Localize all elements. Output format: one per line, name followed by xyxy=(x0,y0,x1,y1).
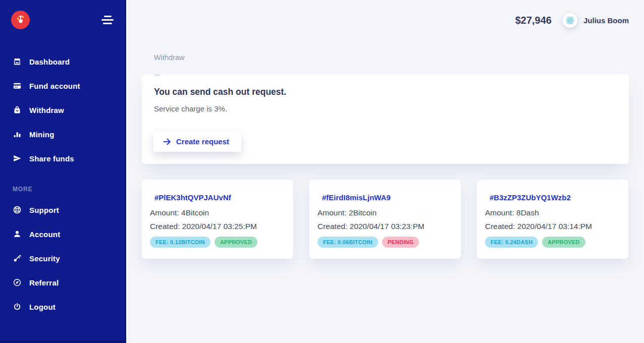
sidebar-item-label: Mining xyxy=(29,130,55,139)
sidebar-item-label: Logout xyxy=(29,303,56,311)
fee-badge: FEE: 0.12BITCOIN xyxy=(150,237,210,248)
sidebar-item-mining[interactable]: Mining xyxy=(0,122,125,146)
credit-card-icon xyxy=(13,81,22,90)
main-area: $27,946 Julius Boom Withdraw You can sen… xyxy=(126,0,644,343)
mining-shovel-logo-icon[interactable] xyxy=(11,11,30,29)
fee-badge: FEE: 0.06BITCOIN xyxy=(317,237,378,248)
transaction-id-link[interactable]: #PlEK3htQVPJAUvNf xyxy=(154,192,237,204)
notice-subtitle: Service charge is 3%. xyxy=(154,104,617,113)
transaction-amount: Amount: 2Bitcoin xyxy=(317,208,453,217)
sidebar-item-label: Withdraw xyxy=(29,106,64,115)
sidebar-item-label: Support xyxy=(29,206,59,214)
transaction-created: Created: 2020/04/17 03:14:PM xyxy=(485,222,620,231)
arrow-right-icon xyxy=(163,138,171,145)
sidebar-item-label: Account xyxy=(29,230,60,239)
bar-chart-icon xyxy=(13,130,22,139)
username[interactable]: Julius Boom xyxy=(583,16,629,25)
transaction-card: #fEirdI8misLjnWA9 Amount: 2Bitcoin Creat… xyxy=(309,180,461,259)
transactions-row: #PlEK3htQVPJAUvNf Amount: 4Bitcoin Creat… xyxy=(142,180,629,259)
topbar: $27,946 Julius Boom xyxy=(126,0,644,40)
status-badge: APPROVED xyxy=(214,237,257,248)
paper-plane-icon xyxy=(13,154,22,163)
hamburger-icon xyxy=(104,16,112,17)
sidebar: Dashboard Fund account xyxy=(0,0,126,343)
sidebar-item-referral[interactable]: Referral xyxy=(0,270,125,295)
notice-card: You can send cash out request. Service c… xyxy=(142,74,629,164)
page-content: Withdraw You can send cash out request. … xyxy=(126,53,644,259)
avatar[interactable] xyxy=(563,13,577,28)
sidebar-item-label: Dashboard xyxy=(29,58,70,66)
transaction-created: Created: 2020/04/17 03:25:PM xyxy=(150,222,285,231)
badge-row: FEE: 0.06BITCOIN PENDING xyxy=(317,237,453,248)
hamburger-menu-button[interactable] xyxy=(101,14,114,26)
transaction-amount: Amount: 4Bitcoin xyxy=(150,208,285,217)
shovel-icon xyxy=(15,15,26,26)
sidebar-item-support[interactable]: Support xyxy=(0,198,125,222)
create-request-button[interactable]: Create request xyxy=(153,131,241,152)
sidebar-item-logout[interactable]: Logout xyxy=(0,295,125,319)
fee-badge: FEE: 0.24DASH xyxy=(485,237,538,248)
sidebar-item-label: Referral xyxy=(29,278,59,287)
person-icon xyxy=(13,230,22,239)
bag-icon xyxy=(13,105,22,115)
badge-row: FEE: 0.24DASH APPROVED xyxy=(485,237,620,248)
life-buoy-icon xyxy=(13,205,22,214)
sidebar-section-more: MORE xyxy=(13,186,125,193)
sidebar-item-withdraw[interactable]: Withdraw xyxy=(0,98,125,122)
app-root: Dashboard Fund account xyxy=(0,0,644,343)
sidebar-nav: Dashboard Fund account xyxy=(0,49,125,319)
transaction-created: Created: 2020/04/17 03:23:PM xyxy=(317,222,453,231)
breadcrumb: Withdraw xyxy=(154,53,629,62)
storefront-icon xyxy=(13,57,22,66)
sidebar-item-dashboard[interactable]: Dashboard xyxy=(0,49,125,74)
sidebar-item-account[interactable]: Account xyxy=(0,222,125,246)
balance-amount: $27,946 xyxy=(515,15,552,26)
transaction-id-link[interactable]: #fEirdI8misLjnWA9 xyxy=(322,192,404,204)
transaction-amount: Amount: 8Dash xyxy=(485,208,620,217)
badge-row: FEE: 0.12BITCOIN APPROVED xyxy=(150,237,285,248)
notice-title: You can send cash out request. xyxy=(154,87,617,97)
react-atom-icon xyxy=(565,16,575,25)
compass-icon xyxy=(13,278,22,287)
sidebar-header xyxy=(0,0,125,29)
transaction-card: #B3zZP3ZUbYQ1Wzb2 Amount: 8Dash Created:… xyxy=(477,180,628,259)
sidebar-item-label: Share funds xyxy=(29,154,74,163)
transaction-card: #PlEK3htQVPJAUvNf Amount: 4Bitcoin Creat… xyxy=(142,180,293,259)
card-accent-dash xyxy=(154,74,160,76)
status-badge: PENDING xyxy=(382,237,419,248)
power-icon xyxy=(13,302,22,311)
create-request-label: Create request xyxy=(176,137,229,146)
sidebar-item-label: Fund account xyxy=(29,82,80,90)
key-icon xyxy=(13,254,22,263)
sidebar-item-fund-account[interactable]: Fund account xyxy=(0,74,125,98)
sidebar-item-label: Security xyxy=(29,254,60,263)
sidebar-item-security[interactable]: Security xyxy=(0,246,125,270)
status-badge: APPROVED xyxy=(542,237,585,248)
transaction-id-link[interactable]: #B3zZP3ZUbYQ1Wzb2 xyxy=(490,192,572,204)
sidebar-item-share-funds[interactable]: Share funds xyxy=(0,146,125,170)
